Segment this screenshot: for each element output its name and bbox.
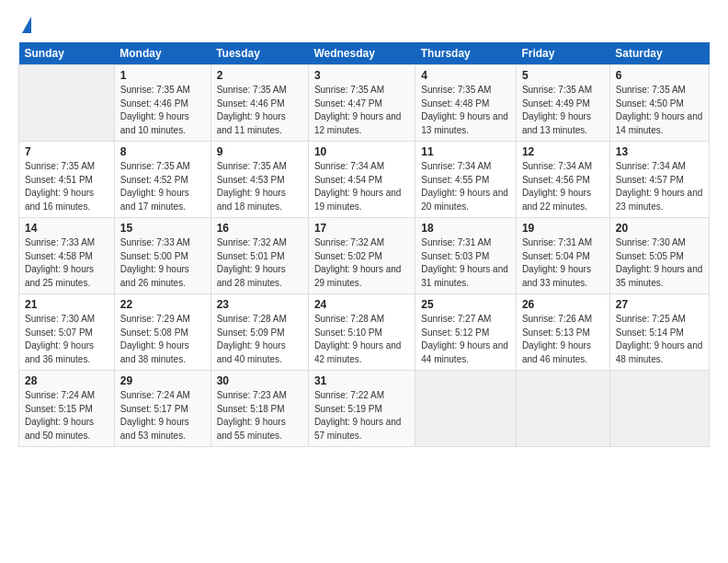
day-info: Sunrise: 7:35 AM Sunset: 4:53 PM Dayligh… (217, 160, 302, 213)
day-cell (516, 371, 609, 447)
day-number: 31 (314, 374, 409, 387)
day-number: 22 (120, 298, 205, 311)
weekday-header-thursday: Thursday (415, 42, 517, 65)
day-cell (19, 65, 115, 142)
day-info: Sunrise: 7:26 AM Sunset: 5:13 PM Dayligh… (522, 313, 604, 366)
day-info: Sunrise: 7:35 AM Sunset: 4:52 PM Dayligh… (120, 160, 205, 213)
day-info: Sunrise: 7:31 AM Sunset: 5:04 PM Dayligh… (522, 236, 604, 290)
day-info: Sunrise: 7:33 AM Sunset: 4:58 PM Dayligh… (25, 236, 108, 290)
day-info: Sunrise: 7:34 AM Sunset: 4:54 PM Dayligh… (314, 160, 409, 213)
day-cell: 8Sunrise: 7:35 AM Sunset: 4:52 PM Daylig… (114, 142, 210, 218)
day-number: 5 (522, 69, 604, 82)
day-info: Sunrise: 7:22 AM Sunset: 5:19 PM Dayligh… (314, 389, 409, 442)
day-info: Sunrise: 7:24 AM Sunset: 5:15 PM Dayligh… (25, 389, 108, 442)
day-cell: 24Sunrise: 7:28 AM Sunset: 5:10 PM Dayli… (308, 294, 415, 371)
day-cell: 17Sunrise: 7:32 AM Sunset: 5:02 PM Dayli… (308, 218, 415, 294)
day-info: Sunrise: 7:35 AM Sunset: 4:47 PM Dayligh… (314, 84, 409, 137)
day-number: 1 (120, 69, 205, 82)
day-number: 15 (120, 222, 205, 235)
day-number: 8 (120, 145, 205, 158)
day-cell: 2Sunrise: 7:35 AM Sunset: 4:46 PM Daylig… (210, 65, 308, 142)
day-number: 6 (616, 69, 703, 82)
day-cell: 1Sunrise: 7:35 AM Sunset: 4:46 PM Daylig… (114, 65, 210, 142)
day-info: Sunrise: 7:25 AM Sunset: 5:14 PM Dayligh… (616, 313, 703, 366)
day-info: Sunrise: 7:28 AM Sunset: 5:09 PM Dayligh… (217, 313, 302, 366)
logo-triangle-icon (22, 17, 31, 33)
day-number: 19 (522, 222, 604, 235)
day-cell: 4Sunrise: 7:35 AM Sunset: 4:48 PM Daylig… (415, 65, 517, 142)
day-number: 13 (616, 145, 703, 158)
day-number: 4 (421, 69, 510, 82)
day-number: 25 (421, 298, 510, 311)
day-cell: 19Sunrise: 7:31 AM Sunset: 5:04 PM Dayli… (516, 218, 609, 294)
logo (18, 17, 31, 33)
day-info: Sunrise: 7:35 AM Sunset: 4:50 PM Dayligh… (616, 84, 703, 137)
calendar-page: SundayMondayTuesdayWednesdayThursdayFrid… (0, 0, 728, 563)
day-cell: 27Sunrise: 7:25 AM Sunset: 5:14 PM Dayli… (609, 294, 709, 371)
day-number: 26 (522, 298, 604, 311)
day-cell: 14Sunrise: 7:33 AM Sunset: 4:58 PM Dayli… (19, 218, 115, 294)
day-cell: 25Sunrise: 7:27 AM Sunset: 5:12 PM Dayli… (415, 294, 517, 371)
day-cell: 30Sunrise: 7:23 AM Sunset: 5:18 PM Dayli… (210, 371, 308, 447)
day-info: Sunrise: 7:34 AM Sunset: 4:56 PM Dayligh… (522, 160, 604, 213)
weekday-header-monday: Monday (114, 42, 210, 65)
day-number: 2 (217, 69, 302, 82)
day-info: Sunrise: 7:32 AM Sunset: 5:02 PM Dayligh… (314, 236, 409, 290)
header (18, 17, 710, 33)
day-number: 7 (25, 145, 108, 158)
day-cell: 7Sunrise: 7:35 AM Sunset: 4:51 PM Daylig… (19, 142, 115, 218)
day-cell (415, 371, 517, 447)
day-cell: 3Sunrise: 7:35 AM Sunset: 4:47 PM Daylig… (308, 65, 415, 142)
day-number: 17 (314, 222, 409, 235)
weekday-header-friday: Friday (516, 42, 609, 65)
day-cell: 5Sunrise: 7:35 AM Sunset: 4:49 PM Daylig… (516, 65, 609, 142)
day-cell: 11Sunrise: 7:34 AM Sunset: 4:55 PM Dayli… (415, 142, 517, 218)
day-info: Sunrise: 7:30 AM Sunset: 5:07 PM Dayligh… (25, 313, 108, 366)
week-row-1: 1Sunrise: 7:35 AM Sunset: 4:46 PM Daylig… (19, 65, 710, 142)
day-number: 14 (25, 222, 108, 235)
day-number: 3 (314, 69, 409, 82)
day-info: Sunrise: 7:27 AM Sunset: 5:12 PM Dayligh… (421, 313, 510, 366)
day-info: Sunrise: 7:33 AM Sunset: 5:00 PM Dayligh… (120, 236, 205, 290)
day-number: 23 (217, 298, 302, 311)
day-number: 16 (217, 222, 302, 235)
day-cell: 29Sunrise: 7:24 AM Sunset: 5:17 PM Dayli… (114, 371, 210, 447)
week-row-2: 7Sunrise: 7:35 AM Sunset: 4:51 PM Daylig… (19, 142, 710, 218)
week-row-3: 14Sunrise: 7:33 AM Sunset: 4:58 PM Dayli… (19, 218, 710, 294)
day-number: 20 (616, 222, 703, 235)
day-cell: 21Sunrise: 7:30 AM Sunset: 5:07 PM Dayli… (19, 294, 115, 371)
weekday-header-wednesday: Wednesday (308, 42, 415, 65)
day-info: Sunrise: 7:35 AM Sunset: 4:48 PM Dayligh… (421, 84, 510, 137)
day-cell: 26Sunrise: 7:26 AM Sunset: 5:13 PM Dayli… (516, 294, 609, 371)
day-info: Sunrise: 7:35 AM Sunset: 4:46 PM Dayligh… (120, 84, 205, 137)
day-info: Sunrise: 7:34 AM Sunset: 4:57 PM Dayligh… (616, 160, 703, 213)
day-cell: 13Sunrise: 7:34 AM Sunset: 4:57 PM Dayli… (609, 142, 709, 218)
day-cell: 20Sunrise: 7:30 AM Sunset: 5:05 PM Dayli… (609, 218, 709, 294)
day-info: Sunrise: 7:29 AM Sunset: 5:08 PM Dayligh… (120, 313, 205, 366)
week-row-5: 28Sunrise: 7:24 AM Sunset: 5:15 PM Dayli… (19, 371, 710, 447)
day-info: Sunrise: 7:32 AM Sunset: 5:01 PM Dayligh… (217, 236, 302, 290)
day-cell: 12Sunrise: 7:34 AM Sunset: 4:56 PM Dayli… (516, 142, 609, 218)
day-number: 29 (120, 374, 205, 387)
week-row-4: 21Sunrise: 7:30 AM Sunset: 5:07 PM Dayli… (19, 294, 710, 371)
day-number: 28 (25, 374, 108, 387)
day-cell: 28Sunrise: 7:24 AM Sunset: 5:15 PM Dayli… (19, 371, 115, 447)
day-cell: 22Sunrise: 7:29 AM Sunset: 5:08 PM Dayli… (114, 294, 210, 371)
day-info: Sunrise: 7:23 AM Sunset: 5:18 PM Dayligh… (217, 389, 302, 442)
day-number: 30 (217, 374, 302, 387)
weekday-header-row: SundayMondayTuesdayWednesdayThursdayFrid… (19, 42, 710, 65)
day-cell (609, 371, 709, 447)
day-info: Sunrise: 7:35 AM Sunset: 4:49 PM Dayligh… (522, 84, 604, 137)
day-cell: 23Sunrise: 7:28 AM Sunset: 5:09 PM Dayli… (210, 294, 308, 371)
day-info: Sunrise: 7:31 AM Sunset: 5:03 PM Dayligh… (421, 236, 510, 290)
weekday-header-saturday: Saturday (609, 42, 709, 65)
weekday-header-tuesday: Tuesday (210, 42, 308, 65)
day-number: 10 (314, 145, 409, 158)
day-cell: 9Sunrise: 7:35 AM Sunset: 4:53 PM Daylig… (210, 142, 308, 218)
day-cell: 6Sunrise: 7:35 AM Sunset: 4:50 PM Daylig… (609, 65, 709, 142)
weekday-header-sunday: Sunday (19, 42, 115, 65)
day-info: Sunrise: 7:24 AM Sunset: 5:17 PM Dayligh… (120, 389, 205, 442)
day-info: Sunrise: 7:35 AM Sunset: 4:46 PM Dayligh… (217, 84, 302, 137)
day-cell: 10Sunrise: 7:34 AM Sunset: 4:54 PM Dayli… (308, 142, 415, 218)
day-cell: 18Sunrise: 7:31 AM Sunset: 5:03 PM Dayli… (415, 218, 517, 294)
